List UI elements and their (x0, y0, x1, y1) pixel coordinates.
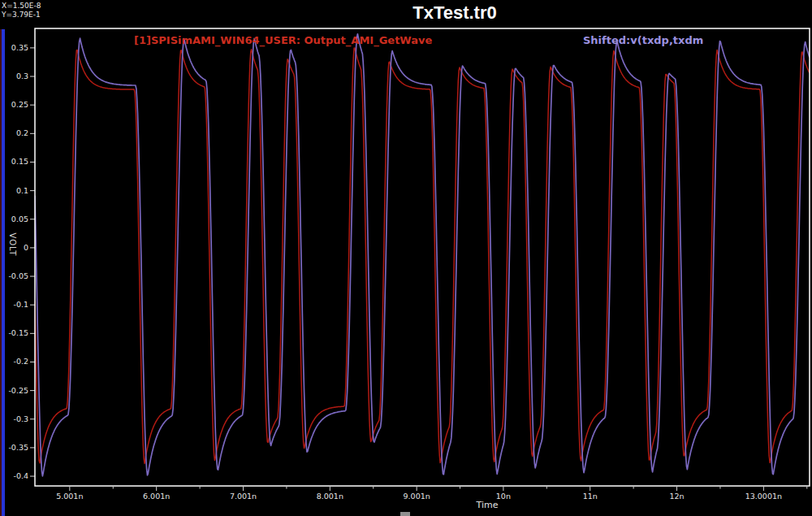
y-tick-label: -0.25 (8, 386, 28, 395)
y-tick-label: 0.3 (16, 72, 28, 80)
x-tick-label: 6.001n (143, 492, 170, 501)
y-tick-label: 0.1 (16, 186, 28, 195)
y-tick-label: 0.15 (11, 157, 28, 166)
trace-ami-getwave[interactable] (35, 48, 810, 464)
waveform-plot-area[interactable]: 0.350.30.250.20.150.10.050-0.05-0.1-0.15… (0, 0, 812, 516)
x-tick-label: 13.0001n (745, 492, 782, 501)
y-tick-label: -0.3 (13, 414, 28, 423)
x-tick-label: 12n (669, 492, 684, 501)
y-tick-label: 0.35 (11, 43, 28, 52)
y-tick-label: 0.2 (16, 128, 28, 137)
x-tick-label: 8.001n (317, 492, 343, 501)
legend-shifted-vtxdp-txdm[interactable]: Shifted:v(txdp,txdm (583, 34, 703, 46)
y-tick-label: -0.05 (8, 271, 28, 280)
y-tick-label: -0.35 (8, 443, 28, 452)
y-tick-label: -0.2 (13, 357, 28, 366)
y-tick-label: 0 (24, 243, 28, 252)
y-axis-label: VOLT (7, 232, 17, 258)
y-tick-label: -0.1 (13, 300, 28, 309)
x-tick-label: 11n (583, 492, 598, 501)
y-tick-label: -0.15 (8, 328, 28, 337)
x-tick-label: 7.001n (230, 492, 257, 501)
x-tick-label: 5.001n (56, 492, 83, 501)
trace-shifted-vtxdp-txdm[interactable] (35, 34, 810, 476)
x-axis-label: Time (455, 500, 520, 510)
bottom-edge-artifact (400, 512, 410, 516)
x-tick-label: 9.001n (404, 492, 430, 501)
y-tick-label: -0.4 (13, 471, 28, 480)
waveform-viewer-window: { "window": { "title": "TxTest.tr0", "cu… (0, 0, 812, 516)
y-tick-label: 0.05 (11, 215, 28, 223)
plot-frame (35, 28, 810, 486)
legend-ami-getwave[interactable]: [1]SPISimAMI_WIN64_USER: Output_AMI_GetW… (134, 34, 432, 46)
y-tick-label: 0.25 (11, 100, 28, 109)
